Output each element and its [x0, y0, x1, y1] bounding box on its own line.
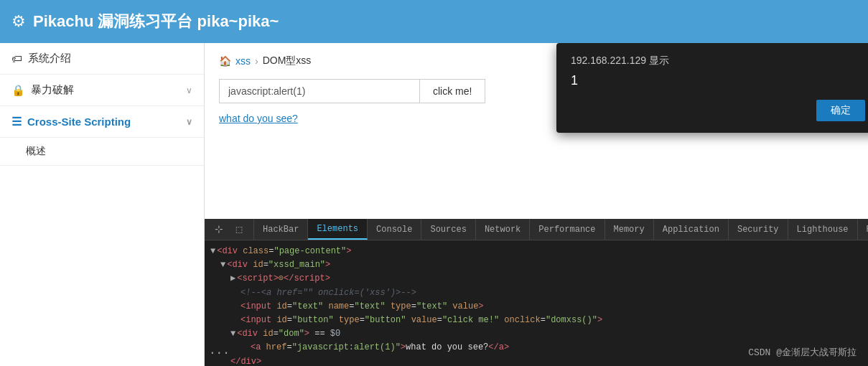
tri-2[interactable]: ▼	[220, 258, 225, 272]
lock-icon: 🔒	[11, 84, 25, 97]
code-line-6: <input id="button" type="button" value="…	[210, 314, 862, 327]
chevron-down-icon: ∨	[186, 85, 192, 95]
tri-3[interactable]: ▶	[230, 272, 235, 286]
header-icon: ⚙	[11, 12, 26, 31]
code-line-1: ▼ <div class="page-content">	[210, 245, 862, 258]
alert-popup-title: 192.168.221.129 显示	[571, 55, 865, 67]
devtools-tabs: ⊹ ⬚ HackBar Elements Console Sources Net…	[205, 219, 868, 240]
breadcrumb-xss-link[interactable]: xss	[235, 55, 251, 67]
breadcrumb-sep: ›	[255, 55, 258, 67]
three-dots-menu[interactable]: ...	[205, 344, 234, 357]
breadcrumb-current: DOM型xss	[263, 55, 312, 67]
tag-icon: 🏷	[11, 52, 22, 65]
tri-7[interactable]: ▼	[230, 327, 235, 341]
chevron-down-icon-xss: ∨	[186, 117, 192, 127]
tab-network[interactable]: Network	[476, 219, 530, 240]
tab-application[interactable]: Application	[654, 219, 729, 240]
header: ⚙ Pikachu 漏洞练习平台 pika~pika~	[0, 0, 868, 43]
sidebar-item-intro[interactable]: 🏷 系统介绍	[0, 43, 204, 75]
code-line-2: ▼ <div id="xssd_main">	[210, 258, 862, 272]
cursor-icon[interactable]: ⊹	[209, 219, 229, 240]
code-line-3: ▶ <script>⊙</script>	[210, 272, 862, 286]
tab-memory[interactable]: Memory	[605, 219, 654, 240]
main-layout: 🏷 系统介绍 🔒 暴力破解 ∨ ☰ Cross-Site Scripting ∨…	[0, 43, 868, 366]
tab-recorder[interactable]: Recorder ⚗	[858, 219, 868, 240]
what-do-you-see-link[interactable]: what do you see?	[219, 113, 298, 124]
code-line-7: ▼ <div id="dom"> == $0	[210, 327, 862, 341]
tab-elements[interactable]: Elements	[308, 219, 368, 240]
sidebar-item-xss[interactable]: ☰ Cross-Site Scripting ∨	[0, 106, 204, 138]
sidebar-item-label-intro: 系统介绍	[28, 52, 71, 65]
content-area: 🏠 xss › DOM型xss click me! what do you se…	[205, 43, 868, 366]
tab-lighthouse[interactable]: Lighthouse	[788, 219, 858, 240]
sub-item-label-overview: 概述	[26, 145, 46, 156]
sidebar-item-bruteforce[interactable]: 🔒 暴力破解 ∨	[0, 75, 204, 106]
tab-console[interactable]: Console	[368, 219, 421, 240]
code-line-4: <!--<a href="" onclick=('xss')>-->	[210, 286, 862, 300]
alert-ok-button[interactable]: 确定	[816, 100, 865, 121]
header-title: Pikachu 漏洞练习平台 pika~pika~	[33, 11, 279, 32]
code-line-5: <input id="text" name="text" type="text"…	[210, 300, 862, 314]
tab-sources[interactable]: Sources	[421, 219, 475, 240]
devtools-panel: ⊹ ⬚ HackBar Elements Console Sources Net…	[205, 219, 868, 366]
inspect-icon[interactable]: ⬚	[229, 219, 249, 240]
tab-security[interactable]: Security	[729, 219, 788, 240]
list-icon: ☰	[11, 115, 22, 128]
sidebar: 🏷 系统介绍 🔒 暴力破解 ∨ ☰ Cross-Site Scripting ∨…	[0, 43, 205, 366]
sidebar-sub-item-overview[interactable]: 概述	[0, 138, 204, 166]
click-me-button[interactable]: click me!	[420, 79, 485, 103]
tri-1[interactable]: ▼	[210, 245, 215, 258]
xss-input[interactable]	[219, 79, 420, 103]
alert-popup: 192.168.221.129 显示 1 确定	[556, 43, 868, 133]
home-icon[interactable]: 🏠	[219, 55, 231, 67]
watermark: CSDN @金渐层大战哥斯拉	[748, 346, 857, 359]
alert-popup-value: 1	[571, 73, 865, 88]
sidebar-item-label-xss: Cross-Site Scripting	[27, 116, 131, 128]
tab-performance[interactable]: Performance	[530, 219, 605, 240]
sidebar-item-label-bruteforce: 暴力破解	[31, 83, 74, 97]
tab-hackbar[interactable]: HackBar	[254, 219, 308, 240]
devtools-icon-area: ⊹ ⬚	[205, 219, 254, 240]
